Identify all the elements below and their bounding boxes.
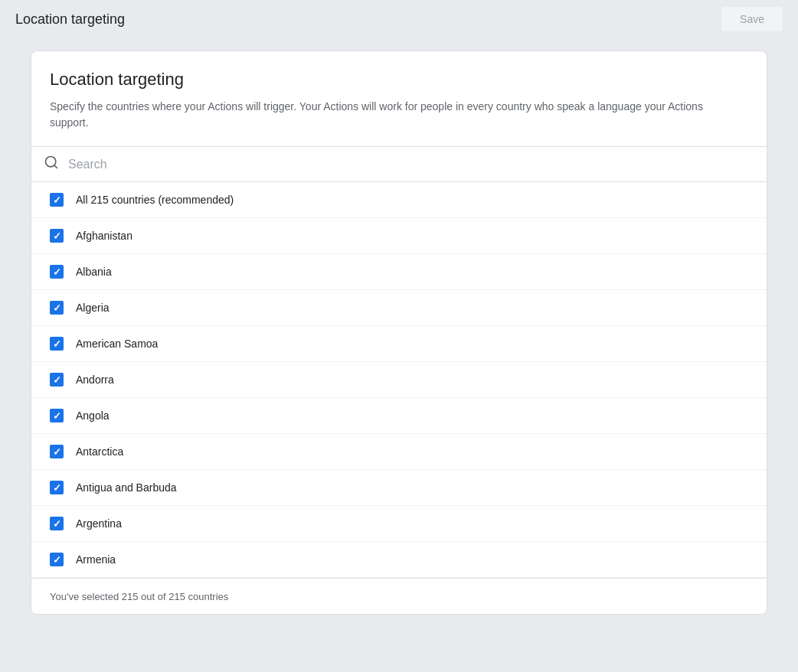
checkbox-check-icon: ✓: [53, 555, 61, 565]
checkbox: ✓: [50, 481, 64, 494]
country-item[interactable]: ✓Antarctica: [31, 434, 767, 470]
country-name: Algeria: [76, 302, 110, 314]
svg-line-1: [54, 165, 57, 168]
checkbox: ✓: [50, 337, 64, 351]
country-name: Andorra: [76, 374, 114, 386]
country-name: All 215 countries (recommended): [76, 194, 234, 206]
country-item[interactable]: ✓Angola: [31, 398, 767, 434]
footer-text: You've selected 215 out of 215 countries: [50, 591, 228, 602]
search-input[interactable]: [68, 158, 754, 171]
checkbox: ✓: [50, 445, 64, 458]
country-item[interactable]: ✓Armenia: [31, 542, 767, 578]
search-icon: [44, 155, 59, 174]
checkbox-check-icon: ✓: [53, 483, 61, 493]
checkbox-check-icon: ✓: [53, 303, 61, 313]
country-item[interactable]: ✓All 215 countries (recommended): [31, 182, 767, 218]
country-item[interactable]: ✓Afghanistan: [31, 218, 767, 254]
checkbox-check-icon: ✓: [53, 339, 61, 349]
countries-list[interactable]: ✓All 215 countries (recommended)✓Afghani…: [31, 182, 767, 578]
card-title: Location targeting: [50, 70, 748, 90]
country-item[interactable]: ✓Antigua and Barbuda: [31, 470, 767, 506]
country-name: Antarctica: [76, 445, 123, 458]
main-content: Location targeting Specify the countries…: [0, 38, 798, 627]
checkbox: ✓: [50, 229, 64, 243]
checkbox-check-icon: ✓: [53, 411, 61, 421]
country-item[interactable]: ✓Andorra: [31, 362, 767, 398]
checkbox: ✓: [50, 409, 64, 422]
checkbox-check-icon: ✓: [53, 519, 61, 529]
checkbox: ✓: [50, 553, 64, 566]
country-name: Angola: [76, 409, 110, 422]
country-item[interactable]: ✓Algeria: [31, 290, 767, 326]
country-name: American Samoa: [76, 338, 158, 350]
country-name: Albania: [76, 266, 112, 278]
card-footer: You've selected 215 out of 215 countries: [31, 578, 767, 614]
checkbox-check-icon: ✓: [53, 195, 61, 205]
country-name: Afghanistan: [76, 230, 132, 242]
country-item[interactable]: ✓Argentina: [31, 506, 767, 542]
country-item[interactable]: ✓American Samoa: [31, 326, 767, 362]
country-name: Argentina: [76, 517, 122, 530]
checkbox: ✓: [50, 517, 64, 530]
card-header: Location targeting Specify the countries…: [31, 51, 767, 147]
country-name: Armenia: [76, 553, 116, 566]
card-description: Specify the countries where your Actions…: [50, 99, 708, 131]
checkbox-check-icon: ✓: [53, 267, 61, 277]
checkbox-check-icon: ✓: [53, 447, 61, 457]
location-targeting-card: Location targeting Specify the countries…: [31, 51, 767, 615]
country-item[interactable]: ✓Albania: [31, 254, 767, 290]
checkbox: ✓: [50, 373, 64, 387]
checkbox-check-icon: ✓: [53, 231, 61, 241]
save-button[interactable]: Save: [721, 7, 783, 31]
checkbox-check-icon: ✓: [53, 375, 61, 385]
checkbox: ✓: [50, 301, 64, 315]
top-bar: Location targeting Save: [0, 0, 798, 38]
checkbox: ✓: [50, 193, 64, 207]
country-name: Antigua and Barbuda: [76, 481, 177, 494]
checkbox: ✓: [50, 265, 64, 279]
search-bar: [31, 147, 767, 182]
page-title: Location targeting: [15, 11, 125, 28]
